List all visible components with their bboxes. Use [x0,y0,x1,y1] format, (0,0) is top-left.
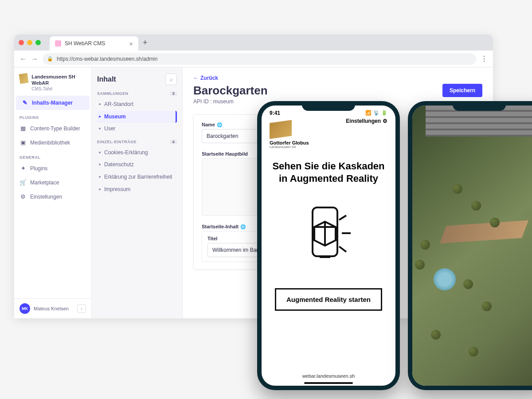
ar-hedge [431,330,441,340]
minimize-window-button[interactable] [27,40,32,45]
nav-content-manager[interactable]: ✎ Inhalts-Manager [16,96,90,110]
back-button[interactable]: ← [20,55,27,63]
phone-footer-url: webar.landesmuseen.sh [270,371,387,379]
app-logo-subtitle: Landesmuseen SH [270,145,296,149]
phone-notch [453,101,506,111]
puzzle-icon: ✦ [20,165,27,172]
back-link[interactable]: ← Zurück [193,75,218,81]
battery-icon: 🔋 [381,110,387,116]
pencil-icon: ✎ [21,99,28,106]
arrow-left-icon: ← [193,75,199,81]
save-button[interactable]: Speichern [442,84,482,97]
single-item-cookies[interactable]: Cookies-Erklärung [97,147,177,159]
ar-hedge [415,260,425,270]
collection-item-ar-standort[interactable]: AR-Standort [97,98,177,111]
forward-button[interactable]: → [31,55,38,63]
signal-icon: 📶 [365,110,372,116]
label-text: Startseite Hauptbild [202,151,248,156]
layout-icon: ▦ [20,125,27,132]
ar-hedge [453,184,462,194]
close-tab-icon[interactable]: × [129,40,133,47]
ar-hedge [471,201,481,211]
search-button[interactable]: ⌕ [165,74,177,85]
single-item-impressum[interactable]: Impressum [97,184,177,196]
url-bar[interactable]: 🔒 https://cms-webar.landesmuseen.sh/admi… [43,53,476,65]
lock-icon: 🔒 [47,56,53,62]
svg-line-5 [339,215,346,220]
status-icons: 📶 📡 🔋 [365,110,387,116]
svg-line-7 [339,246,346,252]
avatar: MK [20,303,30,314]
nav-label: Inhalts-Manager [32,100,73,106]
group-single-label: EINZEL-EINTRÄGE 4 [97,140,177,144]
page-title: Barockgarten [193,84,268,98]
nav-label: Einstellungen [30,194,62,200]
ar-fountain [434,268,456,290]
ar-scene-image [412,106,532,386]
close-window-button[interactable] [19,40,24,45]
app-logo-block: Gottorfer Globus Landesmuseen SH [270,121,387,149]
group-label-text: SAMMLUNGEN [97,91,129,96]
phone-notch [302,101,355,111]
single-item-datenschutz[interactable]: Datenschutz [97,159,177,171]
collapse-sidebar-button[interactable]: ‹ [77,304,86,313]
back-label: Zurück [200,75,218,81]
phone-app-body: Einstellungen ⚙ Gottorfer Globus Landesm… [262,116,395,386]
nav-label: Marketplace [30,180,59,186]
maximize-window-button[interactable] [35,40,41,45]
api-id-label: API ID : museum [193,98,268,105]
ar-illustration-icon [293,200,364,270]
count-badge: 4 [170,140,177,144]
nav-plugins[interactable]: ✦ Plugins [14,161,91,176]
ar-hedge [490,218,500,227]
collection-item-museum[interactable]: Museum [97,111,177,123]
wifi-icon: 📡 [373,110,379,116]
phone-screen [412,106,532,386]
browser-menu-icon[interactable]: ⋮ [481,55,488,63]
ar-walkway [440,220,528,243]
collection-item-user[interactable]: User [97,123,177,135]
panel-title: Inhalt [97,75,116,83]
phone-screen: 9:41 📶 📡 🔋 Einstellungen ⚙ Gottorfer Glo… [262,106,395,386]
image-icon: ▣ [20,139,27,146]
org-logo-icon [19,73,29,84]
app-logo-title: Gottorfer Globus [270,140,309,145]
home-indicator[interactable] [304,382,353,384]
content-list-panel: Inhalt ⌕ SAMMLUNGEN 3 AR-Standort Museum… [92,67,183,318]
app-logo-icon [270,120,292,139]
ar-hedge [420,240,430,250]
start-ar-button[interactable]: Augmented Reality starten [275,288,382,311]
nav-content-type-builder[interactable]: ▦ Content-Type Builder [14,121,91,136]
cart-icon: 🛒 [20,179,27,186]
nav-label: Medienbibliothek [30,140,70,146]
org-subtitle: CMS-Tafel [31,86,86,91]
nav-marketplace[interactable]: 🛒 Marketplace [14,176,91,190]
user-footer[interactable]: MK Mateus Knelsen ‹ [14,298,91,318]
tab-title: SH WebAR CMS [65,40,105,47]
url-text: https://cms-webar.landesmuseen.sh/admin [57,56,157,62]
single-item-barrierefreiheit[interactable]: Erklärung zur Barrierefreiheit [97,171,177,184]
new-tab-button[interactable]: + [143,38,148,47]
status-time: 9:41 [270,110,280,116]
favicon-icon [55,40,61,47]
ar-hedge [469,347,478,356]
org-header: Landesmuseen SH WebAR CMS-Tafel [14,67,91,96]
primary-sidebar: Landesmuseen SH WebAR CMS-Tafel ✎ Inhalt… [14,67,92,318]
label-text: Name [202,122,215,127]
section-plugins-label: PLUGINS [14,110,91,121]
count-badge: 3 [170,91,177,96]
globe-icon: 🌐 [240,224,246,229]
app-headline: Sehen Sie die Kaskaden in Augmented Real… [270,160,387,184]
nav-media-library[interactable]: ▣ Medienbibliothek [14,136,91,150]
org-name: Landesmuseen SH WebAR [31,74,86,86]
browser-tab[interactable]: SH WebAR CMS × [50,36,138,51]
nav-settings[interactable]: ⚙ Einstellungen [14,190,91,204]
user-name: Mateus Knelsen [34,306,69,311]
phone-mockup-app: 9:41 📶 📡 🔋 Einstellungen ⚙ Gottorfer Glo… [257,101,400,390]
phone-mockup-ar [408,101,532,390]
section-general-label: GENERAL [14,150,91,161]
group-label-text: EINZEL-EINTRÄGE [97,140,137,144]
ar-hedge [482,301,492,311]
ar-hedge [463,279,473,289]
search-icon: ⌕ [170,76,173,82]
